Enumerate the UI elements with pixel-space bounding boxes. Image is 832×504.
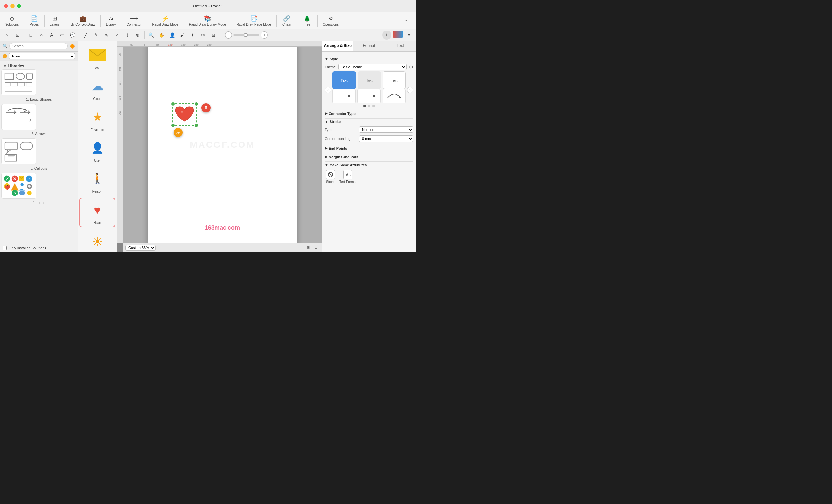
menu-expand[interactable]: » — [398, 18, 414, 24]
stroke-type-select[interactable]: No Line — [359, 126, 413, 133]
connector-tool[interactable]: ↗ — [112, 30, 122, 39]
tab-arrange-size[interactable]: Arrange & Size — [322, 41, 353, 51]
eyedropper-tool[interactable]: ✦ — [188, 30, 197, 39]
style-section-header[interactable]: ▼ Style — [325, 56, 413, 62]
search-input[interactable] — [9, 43, 68, 49]
zoom-select[interactable]: Custom 36% — [126, 245, 156, 251]
maximize-button[interactable] — [17, 4, 21, 8]
menu-tree[interactable]: 🌲 Tree — [299, 13, 315, 28]
add-button[interactable]: + — [382, 30, 391, 39]
style-card-gray[interactable]: Text — [358, 72, 381, 89]
menu-rapid-draw[interactable]: ⚡ Rapid Draw Mode — [149, 13, 182, 28]
menu-solutions-label: Solutions — [5, 23, 19, 26]
mycd-icon: 💼 — [79, 15, 86, 22]
handle-top-right[interactable] — [195, 102, 198, 106]
cursor-tool[interactable]: ↖ — [3, 30, 12, 39]
zoom-thumb[interactable] — [244, 33, 248, 37]
style-prev-button[interactable]: ‹ — [325, 87, 331, 93]
line-tool[interactable]: ╱ — [81, 30, 90, 39]
corner-rounding-select[interactable]: 0 mm — [359, 135, 413, 142]
menu-solutions[interactable]: ◇ Solutions — [2, 13, 22, 28]
libraries-header[interactable]: ▼ Libraries — [1, 62, 76, 69]
menu-myconceptdraw[interactable]: 💼 My ConceptDraw — [67, 13, 99, 28]
pan-tool[interactable]: ✋ — [157, 30, 166, 39]
bezier-tool[interactable]: ∿ — [102, 30, 111, 39]
icon-item-cloud[interactable]: ☁ Cloud — [79, 74, 115, 103]
zoom-plus-button[interactable]: + — [261, 31, 268, 39]
libraries-section: ▼ Libraries 1. Bas — [0, 61, 78, 244]
canvas-wrap[interactable]: MACGF.COM — [123, 47, 322, 243]
menu-connector[interactable]: ⟶ Connector — [123, 13, 145, 28]
make-same-section[interactable]: ▼ Make Same Attributes — [325, 161, 413, 168]
menu-chain[interactable]: 🔗 Chain — [279, 13, 295, 28]
connector-preview-curved[interactable] — [383, 89, 406, 103]
library-arrows[interactable]: 2. Arrows — [1, 104, 76, 136]
handle-bottom-right[interactable] — [195, 124, 198, 127]
lasso-tool[interactable]: ⊕ — [133, 30, 142, 39]
tab-format[interactable]: Format — [353, 41, 385, 51]
rect-tool[interactable]: □ — [26, 30, 35, 39]
handle-bottom-left[interactable] — [171, 124, 175, 127]
end-points-section[interactable]: ▶ End Points — [325, 144, 413, 152]
callouts-label: 3. Callouts — [1, 166, 76, 170]
theme-select[interactable]: Basic Theme — [338, 64, 407, 70]
library-callouts[interactable]: 3. Callouts — [1, 138, 76, 170]
minimize-button[interactable] — [10, 4, 15, 8]
rotation-handle[interactable] — [183, 99, 186, 102]
library-basic-shapes[interactable]: 1. Basic Shapes — [1, 69, 76, 101]
icon-item-favourite[interactable]: ★ Favourite — [79, 105, 115, 134]
crop-tool[interactable]: ⊡ — [209, 30, 218, 39]
menu-operations[interactable]: ⚙ Operations — [319, 13, 342, 28]
text-tool[interactable]: A — [47, 30, 56, 39]
theme-gear-icon[interactable]: ⚙ — [409, 64, 413, 69]
svg-point-25 — [28, 185, 31, 188]
scissors-tool[interactable]: ✂ — [199, 30, 208, 39]
select-tool[interactable]: ⊡ — [13, 30, 22, 39]
icon-item-heart[interactable]: ♥ Heart — [79, 198, 115, 227]
connector-preview-dashed[interactable] — [358, 89, 381, 103]
make-same-textformat-btn[interactable]: A Text Format — [339, 170, 357, 184]
callout-tool[interactable]: 💬 — [68, 30, 77, 39]
zoom-slider[interactable] — [233, 34, 259, 36]
color-arrow[interactable]: ▾ — [404, 30, 413, 39]
spline-tool[interactable]: ⌇ — [123, 30, 132, 39]
page-canvas[interactable]: MACGF.COM — [148, 47, 297, 243]
canvas-heart-element[interactable] — [175, 106, 194, 124]
menu-rapid-library[interactable]: 📚 Rapid Draw Library Mode — [186, 13, 229, 28]
menu-pages[interactable]: 📄 Pages — [26, 13, 42, 28]
connector-preview-straight[interactable] — [333, 89, 356, 103]
make-same-stroke-btn[interactable]: Stroke — [326, 170, 335, 184]
menu-rapid-page[interactable]: 📑 Rapid Draw Page Mode — [233, 13, 274, 28]
library-select[interactable]: Icons — [9, 53, 75, 59]
list-view-button[interactable]: ≡ — [313, 245, 319, 251]
menu-layers[interactable]: ⊞ Layers — [47, 13, 63, 28]
style-card-white[interactable]: Text — [383, 72, 406, 89]
style-next-button[interactable]: › — [407, 87, 413, 93]
paint-tool[interactable]: 🖌 — [178, 30, 187, 39]
pencil-tool[interactable]: ✎ — [92, 30, 101, 39]
connector-type-section[interactable]: ▶ Connector Type — [325, 110, 413, 117]
zoom-tool[interactable]: 🔍 — [147, 30, 156, 39]
poly-tool[interactable]: ▭ — [57, 30, 67, 39]
menu-tree-label: Tree — [304, 23, 310, 26]
zoom-minus-button[interactable]: − — [225, 31, 232, 39]
stroke-section[interactable]: ▼ Stroke — [325, 118, 413, 125]
grid-view-button[interactable]: ⊞ — [305, 245, 311, 251]
color-picker[interactable] — [393, 30, 403, 38]
close-button[interactable] — [4, 4, 8, 8]
tab-text[interactable]: Text — [385, 41, 416, 51]
style-card-blue[interactable]: Text — [333, 72, 356, 89]
margins-path-section[interactable]: ▶ Margins and Path — [325, 153, 413, 160]
delete-button[interactable] — [202, 103, 211, 112]
library-icons[interactable]: ! $ — [1, 173, 76, 204]
handle-top-left[interactable] — [171, 102, 175, 106]
only-installed-checkbox[interactable] — [3, 246, 7, 250]
icon-item-sunny[interactable]: ☀ Sunny — [79, 230, 115, 252]
person-tool[interactable]: 👤 — [167, 30, 177, 39]
ellipse-tool[interactable]: ○ — [37, 30, 46, 39]
icon-item-user[interactable]: 👤 User — [79, 136, 115, 164]
icon-item-mail[interactable]: Mail — [79, 44, 115, 72]
icon-item-person[interactable]: 🚶 Person — [79, 167, 115, 195]
context-menu-button[interactable] — [174, 128, 183, 137]
menu-library[interactable]: 🗂 Library — [103, 14, 119, 28]
